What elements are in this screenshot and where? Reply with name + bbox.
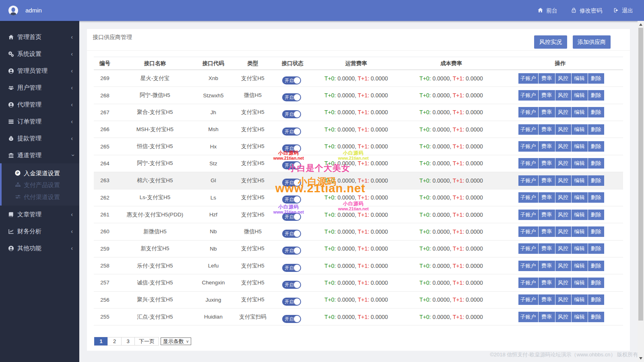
svg-text:P: P	[17, 171, 19, 175]
